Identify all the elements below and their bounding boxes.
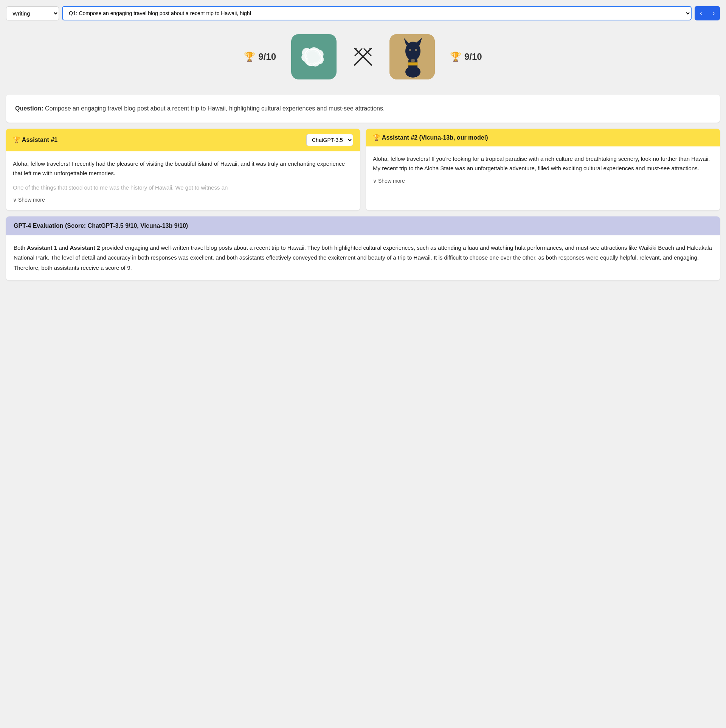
- comparison-header: 🏆 9/10: [6, 26, 720, 89]
- assistant1-show-more-label: Show more: [18, 197, 45, 203]
- assistant2-header: 🏆 Assistant #2 (Vicuna-13b, our model): [366, 129, 720, 146]
- trophy-left-icon: 🏆: [244, 51, 255, 62]
- assistant1-header: 🏆 Assistant #1 ChatGPT-3.5: [6, 129, 360, 151]
- category-select[interactable]: Writing: [6, 6, 59, 20]
- chevron-down-icon: ∨: [13, 197, 17, 203]
- question-box: Question: Compose an engaging travel blo…: [6, 95, 720, 123]
- assistant1-title: 🏆 Assistant #1: [13, 136, 57, 143]
- assistant1-model-select[interactable]: ChatGPT-3.5: [306, 134, 353, 146]
- question-select[interactable]: Q1: Compose an engaging travel blog post…: [62, 6, 692, 20]
- assistant1-card: 🏆 Assistant #1 ChatGPT-3.5 Aloha, fellow…: [6, 129, 360, 211]
- assistant2-card: 🏆 Assistant #2 (Vicuna-13b, our model) A…: [366, 129, 720, 211]
- vicuna-logo: [389, 34, 435, 79]
- assistant2-bold: Assistant 2: [70, 244, 100, 251]
- assistant2-text-main: Aloha, fellow travelers! If you're looki…: [373, 154, 713, 173]
- svg-line-7: [368, 52, 371, 56]
- evaluation-header: GPT-4 Evaluation (Score: ChatGPT-3.5 9/1…: [6, 216, 720, 235]
- evaluation-section: GPT-4 Evaluation (Score: ChatGPT-3.5 9/1…: [6, 216, 720, 280]
- svg-point-14: [415, 49, 417, 51]
- openai-logo: [291, 34, 337, 79]
- assistant2-body: Aloha, fellow travelers! If you're looki…: [366, 146, 720, 191]
- svg-rect-16: [408, 62, 418, 65]
- vicuna-svg-icon: [389, 34, 435, 79]
- svg-line-6: [364, 48, 368, 52]
- assistant2-show-more-label: Show more: [378, 178, 405, 184]
- evaluation-header-text: GPT-4 Evaluation (Score: ChatGPT-3.5 9/1…: [14, 222, 188, 229]
- assistant1-text-fade: One of the things that stood out to me w…: [13, 183, 353, 193]
- top-bar: Writing Q1: Compose an engaging travel b…: [6, 6, 720, 20]
- assistant1-text-main: Aloha, fellow travelers! I recently had …: [13, 159, 353, 178]
- score-right: 🏆 9/10: [450, 51, 482, 62]
- openai-svg-icon: [301, 44, 327, 70]
- assistant1-body: Aloha, fellow travelers! I recently had …: [6, 151, 360, 211]
- assistant1-show-more-button[interactable]: ∨ Show more: [13, 197, 45, 203]
- assistant2-title: 🏆 Assistant #2 (Vicuna-13b, our model): [373, 134, 488, 141]
- question-text: Question: Compose an engaging travel blo…: [15, 104, 711, 114]
- svg-point-12: [405, 66, 420, 78]
- evaluation-body: Both Assistant 1 and Assistant 2 provide…: [6, 235, 720, 280]
- assistant1-bold: Assistant 1: [27, 244, 57, 251]
- evaluation-text: Both Assistant 1 and Assistant 2 provide…: [14, 243, 712, 273]
- question-label: Question:: [15, 105, 43, 112]
- svg-point-13: [409, 49, 411, 51]
- assistant2-show-more-button[interactable]: ∨ Show more: [373, 178, 405, 184]
- score-right-value: 9/10: [464, 51, 482, 62]
- vs-swords-icon: [352, 45, 374, 68]
- next-button[interactable]: ›: [707, 6, 720, 20]
- svg-line-4: [358, 48, 362, 52]
- nav-buttons: ‹ ›: [695, 6, 720, 20]
- question-body: Compose an engaging travel blog post abo…: [43, 105, 385, 112]
- chevron-down-icon-2: ∨: [373, 178, 377, 184]
- prev-button[interactable]: ‹: [695, 6, 707, 20]
- swords-svg: [352, 45, 374, 68]
- svg-line-5: [355, 52, 358, 56]
- trophy-right-icon: 🏆: [450, 51, 461, 62]
- score-left: 🏆 9/10: [244, 51, 276, 62]
- score-left-value: 9/10: [258, 51, 276, 62]
- svg-point-15: [411, 59, 415, 62]
- assistants-row: 🏆 Assistant #1 ChatGPT-3.5 Aloha, fellow…: [6, 129, 720, 211]
